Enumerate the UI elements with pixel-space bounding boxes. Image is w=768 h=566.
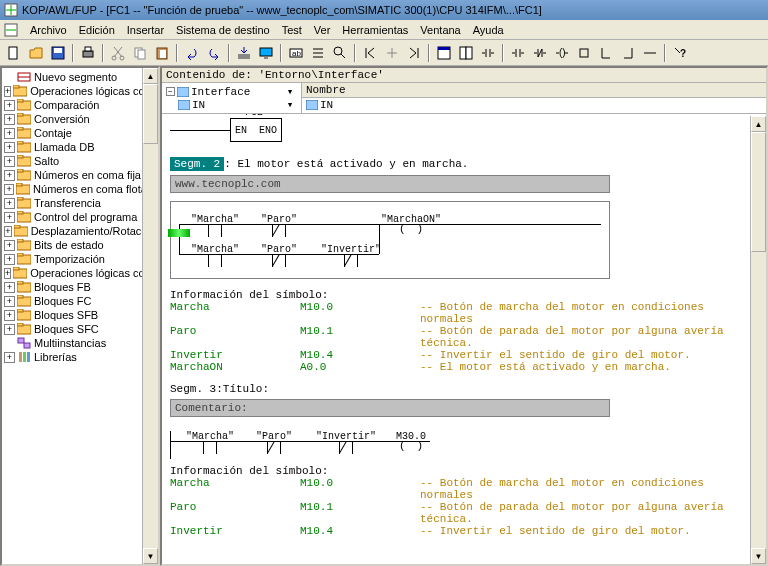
interface-tree[interactable]: − Interface ▾ IN ▾ [162, 83, 302, 113]
menu-sistema[interactable]: Sistema de destino [170, 22, 276, 38]
branch-close-button[interactable] [618, 43, 638, 63]
tree-item[interactable]: +Operaciones lógicas con b [4, 84, 156, 98]
expand-icon[interactable]: + [4, 198, 15, 209]
menu-ventana[interactable]: Ventana [414, 22, 466, 38]
element-tree[interactable]: Nuevo segmento+Operaciones lógicas con b… [2, 68, 158, 366]
menu-insertar[interactable]: Insertar [121, 22, 170, 38]
expand-icon[interactable]: + [4, 128, 15, 139]
expand-icon[interactable]: + [4, 240, 15, 251]
scroll-up-button[interactable]: ▲ [143, 68, 158, 84]
scroll-thumb[interactable] [751, 132, 766, 252]
expand-icon[interactable]: + [4, 170, 15, 181]
tree-item[interactable]: +Librerías [4, 350, 156, 364]
coil-marchaon[interactable]: "MarchaON" [381, 214, 441, 237]
contact-invertir-nc[interactable]: "Invertir" [316, 431, 376, 442]
segment-2-header[interactable]: Segm. 2: El motor está activado y en mar… [170, 157, 758, 171]
fc2-call[interactable]: FC2 EN ENO [230, 118, 758, 145]
branch-open-button[interactable] [596, 43, 616, 63]
contact-marcha-2[interactable]: "Marcha" [191, 244, 239, 255]
goto-start-button[interactable] [360, 43, 380, 63]
new-button[interactable] [4, 43, 24, 63]
undo-button[interactable] [182, 43, 202, 63]
editor-vscroll[interactable]: ▲ ▼ [750, 116, 766, 564]
contact-closed-button[interactable] [530, 43, 550, 63]
expand-icon[interactable]: + [4, 254, 15, 265]
segment-2-comment[interactable]: www.tecnoplc.com [170, 175, 610, 193]
tree-item[interactable]: +Bloques SFB [4, 308, 156, 322]
expand-icon[interactable]: + [4, 156, 15, 167]
paste-button[interactable] [152, 43, 172, 63]
contact-invertir-nc[interactable]: "Invertir" [321, 244, 381, 255]
ladder-editor[interactable]: FC2 EN ENO Segm. 2: El motor está activa… [162, 114, 766, 544]
tree-item[interactable]: Nuevo segmento [4, 70, 156, 84]
detail-button[interactable] [330, 43, 350, 63]
expand-icon[interactable]: + [4, 142, 15, 153]
window1-button[interactable] [434, 43, 454, 63]
expand-icon[interactable]: + [4, 268, 11, 279]
segment-3-header[interactable]: Segm. 3:Título: [170, 383, 758, 395]
menu-ver[interactable]: Ver [308, 22, 337, 38]
tree-item[interactable]: +Bloques SFC [4, 322, 156, 336]
contact-marcha[interactable]: "Marcha" [191, 214, 239, 225]
network-1[interactable]: "Marcha" "Paro" "MarchaON" [170, 201, 758, 279]
list-button[interactable] [308, 43, 328, 63]
tree-item[interactable]: +Conversión [4, 112, 156, 126]
interface-table[interactable]: Nombre IN [302, 83, 766, 113]
contact-paro-nc[interactable]: "Paro" [261, 214, 297, 225]
tree-item[interactable]: +Salto [4, 154, 156, 168]
window2-button[interactable] [456, 43, 476, 63]
cut-button[interactable] [108, 43, 128, 63]
tree-item[interactable]: +Números en coma fija [4, 168, 156, 182]
open-button[interactable] [26, 43, 46, 63]
tree-item[interactable]: +Control del programa [4, 210, 156, 224]
tree-item[interactable]: +Llamada DB [4, 140, 156, 154]
not-button[interactable] [382, 43, 402, 63]
expand-icon[interactable]: + [4, 310, 15, 321]
print-button[interactable] [78, 43, 98, 63]
expand-icon[interactable]: + [4, 100, 15, 111]
tree-item[interactable]: +Transferencia [4, 196, 156, 210]
tree-item[interactable]: +Desplazamiento/Rotación [4, 224, 156, 238]
tree-item[interactable]: +Bits de estado [4, 238, 156, 252]
mdi-control-icon[interactable] [4, 23, 18, 37]
scroll-up-button[interactable]: ▲ [751, 116, 766, 132]
contact-open-button[interactable] [508, 43, 528, 63]
expand-icon[interactable]: + [4, 86, 11, 97]
expand-icon[interactable]: + [4, 212, 15, 223]
tree-item[interactable]: +Bloques FB [4, 280, 156, 294]
goto-end-button[interactable] [404, 43, 424, 63]
expand-icon[interactable]: + [4, 282, 15, 293]
contact-marcha[interactable]: "Marcha" [186, 431, 234, 442]
contact-paro-nc-2[interactable]: "Paro" [261, 244, 297, 255]
monitor-button[interactable] [256, 43, 276, 63]
help-button[interactable]: ? [670, 43, 690, 63]
tree-item[interactable]: +Operaciones lógicas con p [4, 266, 156, 280]
menu-archivo[interactable]: Archivo [24, 22, 73, 38]
coil-m30[interactable]: M30.0 [396, 431, 426, 454]
scroll-down-button[interactable]: ▼ [143, 548, 158, 564]
tree-item[interactable]: +Bloques FC [4, 294, 156, 308]
contact-no-button[interactable] [478, 43, 498, 63]
tree-item[interactable]: +Comparación [4, 98, 156, 112]
contact-paro-nc[interactable]: "Paro" [256, 431, 292, 442]
expand-icon[interactable]: + [4, 184, 14, 195]
symbol-button[interactable]: ab [286, 43, 306, 63]
expand-icon[interactable]: + [4, 296, 15, 307]
menu-edicion[interactable]: Edición [73, 22, 121, 38]
expand-icon[interactable]: + [4, 114, 15, 125]
expand-icon[interactable]: + [4, 352, 15, 363]
coil-button[interactable]: () [552, 43, 572, 63]
sidebar-scrollbar[interactable]: ▲ ▼ [142, 68, 158, 564]
connection-button[interactable] [640, 43, 660, 63]
scroll-thumb[interactable] [143, 84, 158, 144]
redo-button[interactable] [204, 43, 224, 63]
expand-icon[interactable]: + [4, 226, 12, 237]
download-button[interactable] [234, 43, 254, 63]
tree-item[interactable]: Multiinstancias [4, 336, 156, 350]
menu-herramientas[interactable]: Herramientas [336, 22, 414, 38]
scroll-down-button[interactable]: ▼ [751, 548, 766, 564]
tree-item[interactable]: +Temporización [4, 252, 156, 266]
tree-item[interactable]: +Números en coma flotant [4, 182, 156, 196]
box-button[interactable] [574, 43, 594, 63]
expand-icon[interactable]: + [4, 324, 15, 335]
